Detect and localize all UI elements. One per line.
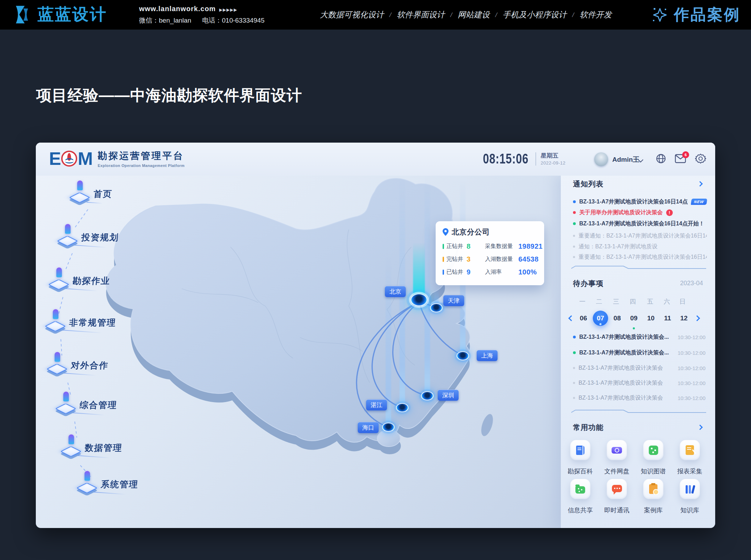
haikou-marker[interactable] [382, 423, 395, 432]
status-dot [573, 382, 575, 384]
nav-item-website[interactable]: 网站建设 [458, 9, 490, 20]
user-name[interactable]: Admin王 [612, 155, 639, 164]
func-tile-encyclopedia[interactable] [570, 440, 590, 460]
city-label-shanghai[interactable]: 上海 [477, 350, 498, 361]
sidebar-item-data[interactable]: 数据管理 [59, 433, 146, 464]
status-dot [573, 222, 576, 225]
city-label-haikou[interactable]: 海口 [358, 422, 379, 433]
portfolio-link[interactable]: 作品案例 [651, 0, 741, 30]
tianjin-marker[interactable] [430, 303, 443, 312]
calendar-date[interactable]: 12 [676, 311, 692, 326]
new-badge: NEW [691, 199, 707, 205]
report-icon [686, 445, 694, 455]
section-divider [571, 265, 707, 270]
sidebar-item-general[interactable]: 综合管理 [54, 390, 141, 422]
func-tile-netdisk[interactable] [607, 440, 627, 460]
func-tile-instant-message[interactable] [607, 479, 627, 499]
notice-item[interactable]: 通知：BZ-13-1-A7井测试地质设 [573, 242, 707, 251]
mail-icon[interactable]: 6 [675, 154, 686, 165]
nav-item-software-ui[interactable]: 软件界面设计 [397, 9, 445, 20]
shenzhen-marker[interactable] [421, 391, 434, 400]
calendar-date[interactable]: 11 [660, 311, 675, 326]
calendar-date[interactable]: 09 [626, 311, 641, 326]
map-pin-icon [443, 228, 449, 236]
clock-weekday: 星期五 [541, 152, 558, 160]
shanghai-marker[interactable] [457, 351, 469, 360]
site-nav: 大数据可视化设计 / 软件界面设计 / 网站建设 / 手机及小程序设计 / 软件… [320, 0, 612, 30]
func-tile-report[interactable] [680, 440, 700, 460]
stat-completed: 完钻井 3 [443, 255, 485, 263]
todo-item[interactable]: BZ-13-1-A7井测试地质设计决策会 10:30-12:00 [573, 379, 705, 387]
drive-icon [612, 447, 622, 454]
todo-title: 待办事项 [573, 279, 604, 288]
func-tile-case-library[interactable] [643, 479, 663, 499]
weekday-label: 三 [613, 297, 619, 306]
status-dot [573, 367, 575, 369]
notice-item[interactable]: BZ-13-1-A7井测试地质设计决策会16日14点开始 NEW [573, 198, 707, 206]
event-dot [633, 327, 635, 329]
func-tile-knowledge-graph[interactable] [643, 440, 663, 460]
contact-block: www.lanlanwork.com▶▶▶▶▶ 微信：ben_lanlan 电话… [139, 5, 274, 25]
sidebar-item-home[interactable]: 首页 [68, 179, 155, 210]
nav-item-dev[interactable]: 软件开发 [580, 9, 612, 20]
city-label-zhanjiang[interactable]: 湛江 [366, 399, 387, 410]
weekday-label: 六 [664, 297, 670, 306]
calendar-next-arrow[interactable] [694, 315, 700, 321]
sidebar-item-system[interactable]: 系统管理 [75, 470, 162, 501]
sidebar-item-cooperation[interactable]: 对外合作 [45, 351, 132, 382]
nav-item-bigdata[interactable]: 大数据可视化设计 [320, 9, 384, 20]
notice-item[interactable]: 重要通知：BZ-13-1-A7井测试地质设计决策会16日14... [573, 232, 707, 240]
avatar[interactable] [594, 152, 608, 166]
arrow-icons: ▶▶▶▶▶ [219, 8, 237, 12]
phone-label: 电话：010-63334945 [202, 17, 265, 24]
alert-badge: ! [666, 209, 673, 216]
city-label-tianjin[interactable]: 天津 [443, 295, 464, 306]
sidebar-item-unconventional[interactable]: 非常规管理 [43, 308, 130, 339]
gear-icon[interactable] [695, 153, 706, 164]
notice-item[interactable]: 重要通知：BZ-13-1-A7井测试地质设计决策会16日14... [573, 253, 707, 261]
stat-collected: 采集数据量 198921 [485, 242, 543, 250]
ecm-letter-m: M [78, 148, 92, 169]
brand-name: 蓝蓝设计 [38, 3, 107, 25]
sidebar-item-exploration[interactable]: 勘探作业 [47, 266, 134, 297]
func-tile-info-share[interactable] [570, 479, 590, 499]
zhanjiang-marker[interactable] [396, 403, 409, 412]
func-label: 案例库 [644, 506, 663, 514]
status-dot [573, 211, 576, 214]
city-label-shenzhen[interactable]: 深圳 [438, 390, 459, 401]
brand[interactable]: 蓝蓝设计 [13, 3, 107, 25]
notice-title: 通知列表 [573, 179, 604, 189]
todo-item[interactable]: BZ-13-1-A7井测试地质设计决策会... 10:30-12:00 [573, 349, 705, 357]
clipboard-icon [649, 484, 657, 494]
site-header: 蓝蓝设计 www.lanlanwork.com▶▶▶▶▶ 微信：ben_lanl… [0, 0, 751, 30]
calendar-prev-arrow[interactable] [568, 315, 574, 321]
stat-drilling: 正钻井 8 [443, 242, 485, 250]
nav-item-mobile[interactable]: 手机及小程序设计 [503, 9, 567, 20]
func-tile-knowledge-base[interactable] [680, 479, 700, 499]
notice-more-chevron-icon[interactable] [697, 181, 703, 187]
city-label-beijing[interactable]: 北京 [385, 286, 406, 297]
todo-item[interactable]: BZ-13-1-A7井测试地质设计决策会 10:30-12:00 [573, 364, 705, 372]
calendar-date[interactable]: 10 [643, 311, 659, 326]
clock-time: 08:15:06 [483, 151, 528, 167]
calendar-date[interactable]: 06 [576, 311, 591, 326]
cnooc-emblem-icon [61, 151, 77, 167]
globe-icon[interactable] [655, 153, 667, 164]
site-url[interactable]: www.lanlanwork.com▶▶▶▶▶ [139, 5, 274, 13]
notice-item[interactable]: BZ-13-1-A7井测试地质设计决策会16日14点开始！ [573, 219, 707, 228]
status-dot [573, 351, 576, 354]
share-folder-icon [575, 486, 585, 494]
calendar-date[interactable]: 08 [609, 311, 625, 326]
todo-item[interactable]: BZ-13-1-A7井测试地质设计决策会 10:30-12:00 [573, 394, 705, 402]
functions-more-chevron-icon[interactable] [697, 425, 703, 430]
weekday-label: 一 [579, 297, 586, 306]
func-label: 文件网盘 [604, 467, 629, 475]
weekday-label: 五 [647, 297, 653, 306]
status-dot [573, 235, 575, 237]
notice-item[interactable]: 关于用举办井测试地质设计决策会 ! [573, 208, 707, 217]
todo-item[interactable]: BZ-13-1-A7井测试地质设计决策会... 10:30-12:00 [573, 333, 705, 341]
event-dot [599, 323, 601, 325]
sidebar-item-investment[interactable]: 投资规划 [56, 223, 143, 254]
func-label: 勘探百科 [568, 467, 593, 475]
beijing-marker[interactable] [411, 294, 427, 306]
